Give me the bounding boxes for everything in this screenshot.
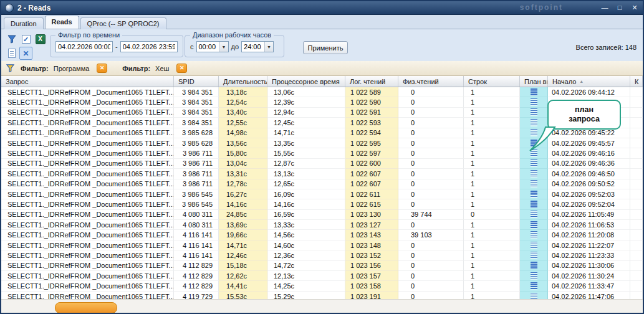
table-row[interactable]: SELECTT1._IDRRefFROM _Document1065 T1LEF…: [1, 281, 643, 291]
col-header-k[interactable]: К: [630, 76, 643, 87]
table-row[interactable]: SELECTT1._IDRRefFROM _Document1065 T1LEF…: [1, 179, 643, 189]
cell-plan[interactable]: [520, 97, 548, 107]
table-row[interactable]: SELECTT1._IDRRefFROM _Document1065 T1LEF…: [1, 97, 643, 107]
chevron-down-icon: ▼: [264, 42, 273, 52]
cell-plan[interactable]: [520, 159, 548, 169]
tab-qproc[interactable]: QProc (-- SP QPROC2): [80, 17, 166, 29]
col-header-duration[interactable]: Длительность: [219, 76, 267, 87]
col-header-logical-reads[interactable]: Лог. чтений: [345, 76, 398, 87]
query-plan-icon[interactable]: [531, 98, 537, 106]
table-row[interactable]: SELECTT1._IDRRefFROM _Document1065 T1LEF…: [1, 108, 643, 118]
cell-plan[interactable]: [520, 189, 548, 199]
cell-cpu-time: 15,55с: [267, 148, 345, 158]
table-row[interactable]: SELECTT1._IDRRefFROM _Document1065 T1LEF…: [1, 159, 643, 169]
horizontal-scrollbar[interactable]: [1, 299, 643, 313]
tab-reads[interactable]: Reads: [45, 16, 79, 29]
query-plan-icon[interactable]: [531, 231, 537, 239]
cell-query: SELECTT1._IDRRefFROM _Document1065 T1LEF…: [1, 220, 174, 230]
col-header-rows[interactable]: Строк: [464, 76, 520, 87]
query-plan-icon[interactable]: [531, 88, 537, 96]
col-header-physical-reads[interactable]: Физ.чтений: [398, 76, 464, 87]
cell-logical-reads: 1 023 156: [345, 261, 398, 271]
col-header-spid[interactable]: SPID: [174, 76, 219, 87]
query-plan-icon[interactable]: [531, 272, 537, 280]
cell-plan[interactable]: [520, 87, 548, 97]
table-row[interactable]: SELECTT1._IDRRefFROM _Document1065 T1LEF…: [1, 250, 643, 260]
query-plan-icon[interactable]: [531, 262, 537, 269]
table-row[interactable]: SELECTT1._IDRRefFROM _Document1065 T1LEF…: [1, 240, 643, 250]
query-plan-icon[interactable]: [531, 242, 537, 249]
cell-physical-reads: 0: [398, 271, 464, 281]
table-row[interactable]: SELECTT1._IDRRefFROM _Document1065 T1LEF…: [1, 189, 643, 199]
table-row[interactable]: SELECTT1._IDRRefFROM _Document1065 T1LEF…: [1, 220, 643, 230]
table-row[interactable]: SELECTT1._IDRRefFROM _Document1065 T1LEF…: [1, 87, 643, 97]
scrollbar-thumb[interactable]: [55, 302, 117, 313]
date-to-input[interactable]: [120, 41, 178, 52]
cell-logical-reads: 1 022 600: [345, 159, 398, 169]
toolbar-icon-cluster: ✓ X ✕: [5, 32, 47, 60]
hours-to-select[interactable]: 24:00 ▼: [241, 41, 274, 52]
cell-physical-reads: 0: [398, 87, 464, 97]
cell-duration: 12,55с: [219, 118, 267, 128]
cell-plan[interactable]: [520, 108, 548, 118]
close-button[interactable]: ✕: [630, 4, 639, 12]
export-excel-button[interactable]: X: [34, 32, 47, 45]
cell-plan[interactable]: [520, 261, 548, 271]
filter-check-button[interactable]: ✓: [19, 32, 32, 45]
cell-logical-reads: 1 022 615: [345, 199, 398, 209]
page-icon: [8, 49, 16, 58]
cell-plan[interactable]: [520, 240, 548, 250]
cell-duration: 12,62с: [219, 271, 267, 281]
query-plan-icon[interactable]: [531, 180, 537, 188]
table-row[interactable]: SELECTT1._IDRRefFROM _Document1065 T1LEF…: [1, 169, 643, 179]
query-plan-icon[interactable]: [531, 211, 537, 218]
query-plan-icon[interactable]: [531, 201, 537, 208]
cell-logical-reads: 1 022 595: [345, 138, 398, 148]
query-plan-icon[interactable]: [531, 221, 537, 229]
cell-plan[interactable]: [520, 230, 548, 240]
date-from-input[interactable]: [55, 41, 113, 52]
col-header-plan[interactable]: План вы...: [520, 76, 548, 87]
cell-physical-reads: 0: [398, 179, 464, 189]
cell-physical-reads: 0: [398, 118, 464, 128]
table-row[interactable]: SELECTT1._IDRRefFROM _Document1065 T1LEF…: [1, 230, 643, 240]
cell-spid: 3 984 351: [174, 108, 219, 118]
query-plan-icon[interactable]: [531, 191, 537, 198]
query-plan-icon[interactable]: [531, 282, 537, 290]
remove-hash-filter-button[interactable]: ✕: [176, 64, 187, 73]
cell-logical-reads: 1 023 158: [345, 281, 398, 291]
query-plan-icon[interactable]: [531, 170, 537, 178]
cell-plan[interactable]: [520, 210, 548, 220]
cell-plan[interactable]: [520, 199, 548, 209]
cell-plan[interactable]: [520, 179, 548, 189]
query-plan-icon[interactable]: [531, 159, 537, 167]
table-row[interactable]: SELECTT1._IDRRefFROM _Document1065 T1LEF…: [1, 261, 643, 271]
apply-button[interactable]: Применить: [303, 41, 348, 54]
remove-program-filter-button[interactable]: ✕: [97, 64, 107, 73]
cell-query: SELECTT1._IDRRefFROM _Document1065 T1LEF…: [1, 240, 174, 250]
table-row[interactable]: SELECTT1._IDRRefFROM _Document1065 T1LEF…: [1, 271, 643, 281]
query-plan-icon[interactable]: [531, 108, 537, 116]
hours-from-select[interactable]: 00:00 ▼: [196, 41, 229, 52]
tab-duration[interactable]: Duration: [4, 17, 44, 29]
export-page-button[interactable]: [5, 47, 18, 60]
col-header-cpu-time[interactable]: Процессорное время: [267, 76, 345, 87]
cell-rows: 1: [464, 148, 520, 158]
cell-plan[interactable]: [520, 220, 548, 230]
minimize-button[interactable]: —: [600, 4, 609, 12]
filter-funnel-button[interactable]: [5, 32, 18, 45]
maximize-button[interactable]: □: [615, 4, 624, 12]
cell-plan[interactable]: [520, 250, 548, 260]
col-header-start[interactable]: Начало ▲: [548, 76, 630, 87]
cell-plan[interactable]: [520, 169, 548, 179]
cell-plan[interactable]: [520, 281, 548, 291]
query-plan-icon[interactable]: [531, 252, 537, 259]
cell-rows: 1: [464, 108, 520, 118]
cell-plan[interactable]: [520, 271, 548, 281]
table-row[interactable]: SELECTT1._IDRRefFROM _Document1065 T1LEF…: [1, 199, 643, 209]
clear-filter-button[interactable]: ✕: [19, 47, 32, 60]
col-header-query[interactable]: Запрос: [1, 76, 174, 87]
cell-duration: 16,27с: [219, 189, 267, 199]
cell-query: SELECTT1._IDRRefFROM _Document1065 T1LEF…: [1, 271, 174, 281]
table-row[interactable]: SELECTT1._IDRRefFROM _Document1065 T1LEF…: [1, 210, 643, 220]
